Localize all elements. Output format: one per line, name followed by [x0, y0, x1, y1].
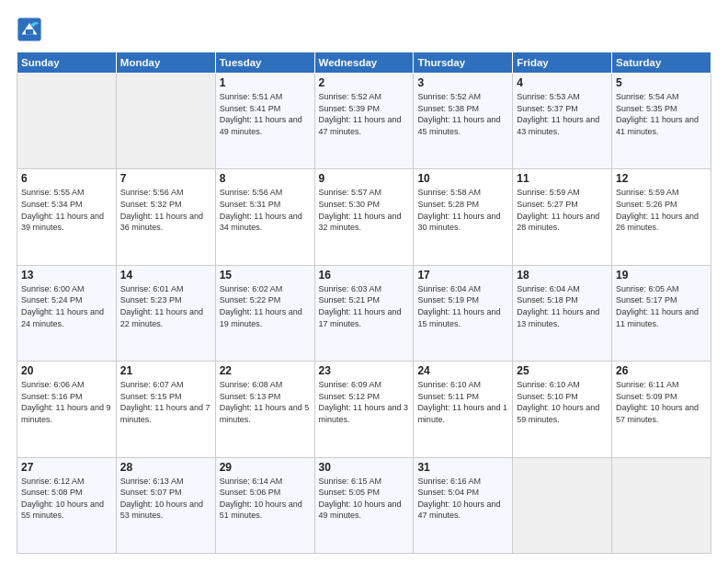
- svg-rect-2: [26, 29, 33, 35]
- day-info: Sunrise: 6:09 AM Sunset: 5:12 PM Dayligh…: [319, 379, 410, 425]
- day-info: Sunrise: 6:00 AM Sunset: 5:24 PM Dayligh…: [21, 283, 112, 329]
- day-cell: 30Sunrise: 6:15 AM Sunset: 5:05 PM Dayli…: [314, 457, 414, 553]
- day-info: Sunrise: 5:53 AM Sunset: 5:37 PM Dayligh…: [517, 91, 608, 137]
- day-cell: 7Sunrise: 5:56 AM Sunset: 5:32 PM Daylig…: [116, 169, 215, 265]
- day-number: 17: [417, 269, 508, 282]
- day-cell: 15Sunrise: 6:02 AM Sunset: 5:22 PM Dayli…: [215, 265, 314, 361]
- day-info: Sunrise: 5:52 AM Sunset: 5:38 PM Dayligh…: [417, 91, 508, 137]
- day-info: Sunrise: 5:54 AM Sunset: 5:35 PM Dayligh…: [616, 91, 707, 137]
- day-cell: 8Sunrise: 5:56 AM Sunset: 5:31 PM Daylig…: [215, 169, 314, 265]
- day-info: Sunrise: 5:52 AM Sunset: 5:39 PM Dayligh…: [319, 91, 410, 137]
- day-number: 15: [220, 269, 311, 282]
- day-info: Sunrise: 6:08 AM Sunset: 5:13 PM Dayligh…: [220, 379, 311, 425]
- day-cell: 17Sunrise: 6:04 AM Sunset: 5:19 PM Dayli…: [414, 265, 513, 361]
- day-cell: 6Sunrise: 5:55 AM Sunset: 5:34 PM Daylig…: [17, 169, 117, 265]
- day-cell: 23Sunrise: 6:09 AM Sunset: 5:12 PM Dayli…: [314, 362, 414, 457]
- day-number: 21: [120, 364, 211, 377]
- page: SundayMondayTuesdayWednesdayThursdayFrid…: [0, 0, 728, 563]
- day-info: Sunrise: 5:56 AM Sunset: 5:31 PM Dayligh…: [220, 187, 311, 233]
- weekday-header-row: SundayMondayTuesdayWednesdayThursdayFrid…: [17, 52, 711, 74]
- day-info: Sunrise: 5:59 AM Sunset: 5:27 PM Dayligh…: [517, 187, 608, 233]
- day-cell: 14Sunrise: 6:01 AM Sunset: 5:23 PM Dayli…: [116, 265, 215, 361]
- day-number: 1: [220, 76, 311, 89]
- day-info: Sunrise: 5:51 AM Sunset: 5:41 PM Dayligh…: [220, 91, 311, 137]
- day-info: Sunrise: 5:58 AM Sunset: 5:28 PM Dayligh…: [417, 187, 508, 233]
- day-number: 18: [517, 269, 608, 282]
- day-info: Sunrise: 5:56 AM Sunset: 5:32 PM Dayligh…: [120, 187, 211, 233]
- day-cell: [116, 74, 215, 169]
- day-cell: 18Sunrise: 6:04 AM Sunset: 5:18 PM Dayli…: [513, 265, 612, 361]
- day-info: Sunrise: 6:12 AM Sunset: 5:08 PM Dayligh…: [21, 476, 112, 522]
- day-number: 27: [21, 461, 112, 474]
- weekday-header-sunday: Sunday: [17, 52, 117, 74]
- day-number: 26: [616, 364, 707, 377]
- calendar: SundayMondayTuesdayWednesdayThursdayFrid…: [17, 52, 711, 554]
- day-number: 20: [21, 364, 112, 377]
- day-number: 16: [319, 269, 410, 282]
- day-number: 13: [21, 269, 112, 282]
- day-cell: 26Sunrise: 6:11 AM Sunset: 5:09 PM Dayli…: [612, 362, 711, 457]
- day-cell: 5Sunrise: 5:54 AM Sunset: 5:35 PM Daylig…: [612, 74, 711, 169]
- weekday-header-friday: Friday: [513, 52, 612, 74]
- weekday-header-tuesday: Tuesday: [215, 52, 314, 74]
- day-cell: 21Sunrise: 6:07 AM Sunset: 5:15 PM Dayli…: [116, 362, 215, 457]
- day-cell: 24Sunrise: 6:10 AM Sunset: 5:11 PM Dayli…: [414, 362, 513, 457]
- day-number: 12: [616, 172, 707, 185]
- day-info: Sunrise: 5:55 AM Sunset: 5:34 PM Dayligh…: [21, 187, 112, 233]
- day-info: Sunrise: 6:04 AM Sunset: 5:18 PM Dayligh…: [517, 283, 608, 329]
- day-info: Sunrise: 6:11 AM Sunset: 5:09 PM Dayligh…: [616, 379, 707, 425]
- day-cell: 11Sunrise: 5:59 AM Sunset: 5:27 PM Dayli…: [513, 169, 612, 265]
- day-cell: 1Sunrise: 5:51 AM Sunset: 5:41 PM Daylig…: [215, 74, 314, 169]
- logo-icon: [17, 17, 42, 42]
- day-cell: 12Sunrise: 5:59 AM Sunset: 5:26 PM Dayli…: [612, 169, 711, 265]
- day-cell: 22Sunrise: 6:08 AM Sunset: 5:13 PM Dayli…: [215, 362, 314, 457]
- day-info: Sunrise: 6:06 AM Sunset: 5:16 PM Dayligh…: [21, 379, 112, 425]
- day-number: 5: [616, 76, 707, 89]
- day-cell: 20Sunrise: 6:06 AM Sunset: 5:16 PM Dayli…: [17, 362, 117, 457]
- day-cell: 10Sunrise: 5:58 AM Sunset: 5:28 PM Dayli…: [414, 169, 513, 265]
- day-cell: 9Sunrise: 5:57 AM Sunset: 5:30 PM Daylig…: [314, 169, 414, 265]
- day-number: 28: [120, 461, 211, 474]
- day-cell: 27Sunrise: 6:12 AM Sunset: 5:08 PM Dayli…: [17, 457, 117, 553]
- day-info: Sunrise: 6:13 AM Sunset: 5:07 PM Dayligh…: [120, 476, 211, 522]
- day-info: Sunrise: 5:59 AM Sunset: 5:26 PM Dayligh…: [616, 187, 707, 233]
- day-number: 22: [220, 364, 311, 377]
- week-row-2: 6Sunrise: 5:55 AM Sunset: 5:34 PM Daylig…: [17, 169, 711, 265]
- day-info: Sunrise: 6:01 AM Sunset: 5:23 PM Dayligh…: [120, 283, 211, 329]
- day-cell: 13Sunrise: 6:00 AM Sunset: 5:24 PM Dayli…: [17, 265, 117, 361]
- header: [17, 17, 711, 42]
- day-info: Sunrise: 6:10 AM Sunset: 5:10 PM Dayligh…: [517, 379, 608, 425]
- day-info: Sunrise: 6:16 AM Sunset: 5:04 PM Dayligh…: [417, 476, 508, 522]
- weekday-header-saturday: Saturday: [612, 52, 711, 74]
- day-number: 30: [319, 461, 410, 474]
- day-info: Sunrise: 6:10 AM Sunset: 5:11 PM Dayligh…: [417, 379, 508, 425]
- day-info: Sunrise: 6:02 AM Sunset: 5:22 PM Dayligh…: [220, 283, 311, 329]
- day-info: Sunrise: 6:05 AM Sunset: 5:17 PM Dayligh…: [616, 283, 707, 329]
- day-cell: 2Sunrise: 5:52 AM Sunset: 5:39 PM Daylig…: [314, 74, 414, 169]
- day-info: Sunrise: 6:15 AM Sunset: 5:05 PM Dayligh…: [319, 476, 410, 522]
- day-cell: 4Sunrise: 5:53 AM Sunset: 5:37 PM Daylig…: [513, 74, 612, 169]
- week-row-3: 13Sunrise: 6:00 AM Sunset: 5:24 PM Dayli…: [17, 265, 711, 361]
- weekday-header-thursday: Thursday: [414, 52, 513, 74]
- day-cell: 16Sunrise: 6:03 AM Sunset: 5:21 PM Dayli…: [314, 265, 414, 361]
- day-cell: 28Sunrise: 6:13 AM Sunset: 5:07 PM Dayli…: [116, 457, 215, 553]
- day-cell: [513, 457, 612, 553]
- day-cell: 25Sunrise: 6:10 AM Sunset: 5:10 PM Dayli…: [513, 362, 612, 457]
- day-number: 31: [417, 461, 508, 474]
- day-number: 25: [517, 364, 608, 377]
- week-row-4: 20Sunrise: 6:06 AM Sunset: 5:16 PM Dayli…: [17, 362, 711, 457]
- weekday-header-wednesday: Wednesday: [314, 52, 414, 74]
- day-info: Sunrise: 6:04 AM Sunset: 5:19 PM Dayligh…: [417, 283, 508, 329]
- day-number: 11: [517, 172, 608, 185]
- day-number: 8: [220, 172, 311, 185]
- day-cell: [17, 74, 117, 169]
- day-number: 6: [21, 172, 112, 185]
- day-number: 29: [220, 461, 311, 474]
- week-row-1: 1Sunrise: 5:51 AM Sunset: 5:41 PM Daylig…: [17, 74, 711, 169]
- day-number: 24: [417, 364, 508, 377]
- day-number: 14: [120, 269, 211, 282]
- day-info: Sunrise: 6:14 AM Sunset: 5:06 PM Dayligh…: [220, 476, 311, 522]
- day-number: 2: [319, 76, 410, 89]
- day-info: Sunrise: 6:03 AM Sunset: 5:21 PM Dayligh…: [319, 283, 410, 329]
- day-cell: 3Sunrise: 5:52 AM Sunset: 5:38 PM Daylig…: [414, 74, 513, 169]
